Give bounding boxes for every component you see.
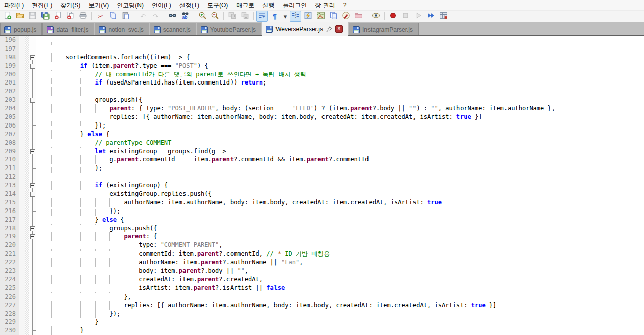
toolbar-view-eye-button[interactable] <box>370 11 382 22</box>
toolbar-macro-save-button[interactable] <box>438 11 449 22</box>
bookmark-margin[interactable] <box>19 139 25 147</box>
toolbar-indent-guide-button[interactable] <box>290 11 301 22</box>
menu-item-4[interactable]: 보기(V) <box>84 0 113 11</box>
menu-item-2[interactable]: 편집(E) <box>28 0 56 11</box>
bookmark-margin[interactable] <box>19 96 25 104</box>
fold-collapse-marker[interactable] <box>29 96 36 104</box>
toolbar-macro-record-button[interactable] <box>387 11 399 22</box>
toolbar-word-wrap-button[interactable] <box>256 11 268 22</box>
toolbar-save-all-button[interactable] <box>39 11 51 22</box>
toolbar-new-file-button[interactable] <box>2 11 13 22</box>
pin-icon[interactable] <box>326 26 333 33</box>
bookmark-margin[interactable] <box>19 224 25 233</box>
bookmark-margin[interactable] <box>19 310 25 318</box>
toolbar-folder-workspace-button[interactable] <box>353 11 364 22</box>
toolbar-macro-run-multiple-button[interactable] <box>425 11 437 22</box>
bookmark-margin[interactable] <box>19 207 25 216</box>
menu-item-5[interactable]: 인코딩(N) <box>113 0 148 11</box>
bookmark-margin[interactable] <box>19 181 25 190</box>
bookmark-margin[interactable] <box>19 104 25 113</box>
fold-collapse-marker[interactable] <box>29 181 36 190</box>
tab-scanner-js[interactable]: scanner.js <box>150 23 196 36</box>
bookmark-margin[interactable] <box>19 301 25 310</box>
bookmark-margin[interactable] <box>19 45 25 53</box>
tab-youtubeparser-js[interactable]: YoutubeParser.js <box>197 23 261 36</box>
bookmark-margin[interactable] <box>19 292 25 301</box>
menu-item-11[interactable]: 플러그인 <box>279 0 311 11</box>
bookmark-margin[interactable] <box>19 232 25 241</box>
toolbar-print-button[interactable] <box>77 11 89 22</box>
menu-item-6[interactable]: 언어(L) <box>148 0 175 11</box>
toolbar-redo-button[interactable]: ↷ <box>150 11 161 22</box>
bookmark-margin[interactable] <box>19 113 25 121</box>
menu-item-3[interactable]: 찾기(S) <box>56 0 84 11</box>
bookmark-margin[interactable] <box>19 121 25 130</box>
toolbar-show-all-chars-button[interactable]: ¶ <box>269 11 281 22</box>
toolbar-sync-vertical-button[interactable] <box>226 11 238 22</box>
toolbar-cut-button[interactable]: ✂ <box>95 11 106 22</box>
bookmark-margin[interactable] <box>19 155 25 164</box>
fold-collapse-marker[interactable] <box>29 232 36 241</box>
tab-notion_svc-js[interactable]: notion_svc.js <box>95 23 149 36</box>
toolbar-function-list-button[interactable] <box>302 11 314 22</box>
fold-collapse-marker[interactable] <box>29 62 36 70</box>
bookmark-margin[interactable] <box>19 249 25 258</box>
fold-collapse-marker[interactable] <box>29 224 36 233</box>
menu-item-10[interactable]: 실행 <box>258 0 279 11</box>
toolbar-macro-stop-button[interactable] <box>400 11 411 22</box>
toolbar-document-list-button[interactable] <box>328 11 339 22</box>
tab-popup-js[interactable]: popup.js <box>0 23 42 36</box>
toolbar-zoom-in-button[interactable] <box>197 11 208 22</box>
menu-item-12[interactable]: 창 관리 <box>311 0 339 11</box>
code-editor[interactable]: 196197198 sortedComments.forEach((item) … <box>0 36 644 335</box>
toolbar-zoom-out-button[interactable] <box>209 11 221 22</box>
toolbar-sync-horizontal-button[interactable] <box>239 11 251 22</box>
bookmark-margin[interactable] <box>19 70 25 79</box>
bookmark-margin[interactable] <box>19 164 25 173</box>
close-icon[interactable]: × <box>335 25 343 33</box>
print-icon <box>79 11 87 22</box>
toolbar-macro-play-button[interactable] <box>412 11 424 22</box>
bookmark-margin[interactable] <box>19 78 25 87</box>
toolbar-replace-button[interactable]: ab <box>179 11 191 22</box>
toolbar-edit-marker-button[interactable] <box>340 11 352 22</box>
fold-collapse-marker[interactable] <box>29 53 36 62</box>
bookmark-margin[interactable] <box>19 198 25 207</box>
bookmark-margin[interactable] <box>19 130 25 139</box>
toolbar-chars-dropdown-button[interactable]: ▾ <box>282 11 289 22</box>
bookmark-margin[interactable] <box>19 258 25 267</box>
fold-collapse-marker[interactable] <box>29 190 36 198</box>
menu-item-1[interactable]: 파일(F) <box>0 0 28 11</box>
bookmark-margin[interactable] <box>19 53 25 62</box>
bookmark-margin[interactable] <box>19 173 25 181</box>
toolbar-close-all-button[interactable] <box>65 11 76 22</box>
toolbar-find-button[interactable] <box>167 11 178 22</box>
fold-collapse-marker[interactable] <box>29 147 36 156</box>
tab-instagramparser-js[interactable]: InstagramParser.js <box>349 23 419 36</box>
bookmark-margin[interactable] <box>19 267 25 275</box>
bookmark-margin[interactable] <box>19 275 25 284</box>
bookmark-margin[interactable] <box>19 318 25 326</box>
menu-item-7[interactable]: 설정(T) <box>175 0 203 11</box>
bookmark-margin[interactable] <box>19 190 25 198</box>
toolbar-save-button[interactable] <box>27 11 38 22</box>
toolbar-open-file-button[interactable] <box>14 11 26 22</box>
bookmark-margin[interactable] <box>19 326 25 335</box>
menu-item-9[interactable]: 매크로 <box>232 0 258 11</box>
bookmark-margin[interactable] <box>19 62 25 70</box>
tab-weverseparser-js[interactable]: WeverseParser.js× <box>262 22 348 36</box>
toolbar-paste-button[interactable] <box>120 11 131 22</box>
bookmark-margin[interactable] <box>19 241 25 249</box>
menu-item-8[interactable]: 도구(O) <box>203 0 232 11</box>
menu-item-13[interactable]: ? <box>339 1 351 10</box>
bookmark-margin[interactable] <box>19 36 25 45</box>
toolbar-undo-button[interactable]: ↶ <box>137 11 149 22</box>
tab-data_filter-js[interactable]: data_filter.js <box>42 23 94 36</box>
bookmark-margin[interactable] <box>19 216 25 224</box>
toolbar-copy-button[interactable] <box>107 11 119 22</box>
toolbar-document-map-button[interactable] <box>315 11 327 22</box>
bookmark-margin[interactable] <box>19 87 25 96</box>
bookmark-margin[interactable] <box>19 284 25 292</box>
toolbar-close-file-button[interactable] <box>52 11 64 22</box>
bookmark-margin[interactable] <box>19 147 25 156</box>
